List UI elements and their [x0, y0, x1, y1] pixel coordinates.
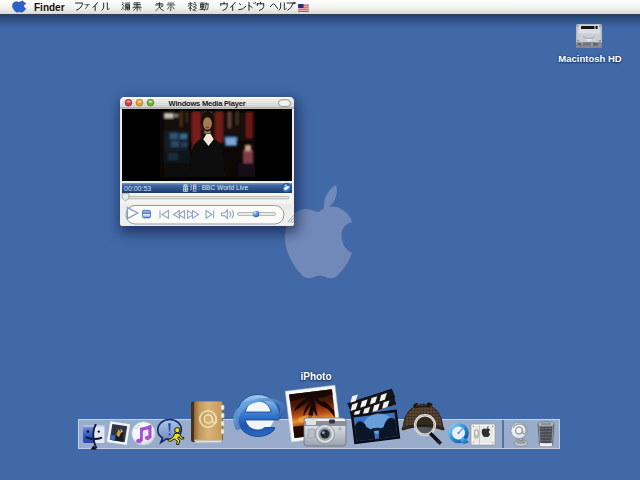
svg-text:Windows Media Player: Windows Media Player: [169, 99, 246, 108]
svg-text:: BBC World Live: : BBC World Live: [198, 184, 248, 191]
svg-text:00:00:53: 00:00:53: [124, 185, 151, 192]
